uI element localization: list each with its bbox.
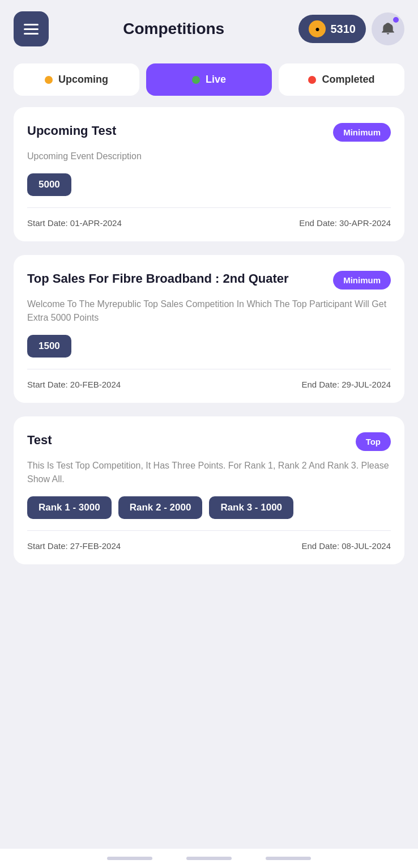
card-3-description: This Is Test Top Competition, It Has Thr… (27, 459, 391, 486)
tab-completed-label: Completed (322, 74, 374, 86)
card-3-end-date: End Date: 08-JUL-2024 (301, 541, 391, 551)
coin-badge: ● 5310 (298, 15, 366, 43)
card-2-footer: Start Date: 20-FEB-2024 End Date: 29-JUL… (27, 380, 391, 389)
completed-dot (308, 76, 316, 84)
tab-live-label: Live (206, 74, 226, 86)
bottom-nav-item-3 (266, 857, 311, 860)
card-1-points-0: 5000 (27, 173, 71, 196)
competition-card-3: Test Top This Is Test Top Competition, I… (14, 416, 404, 564)
tab-upcoming-label: Upcoming (58, 74, 108, 86)
competition-card-1: Upcoming Test Minimum Upcoming Event Des… (14, 107, 404, 241)
card-3-start-date: Start Date: 27-FEB-2024 (27, 541, 121, 551)
tab-completed[interactable]: Completed (279, 63, 404, 96)
card-3-points-0: Rank 1 - 3000 (27, 496, 112, 519)
bell-icon (381, 22, 395, 36)
competition-card-2: Top Sales For Fibre Broadband : 2nd Quat… (14, 255, 404, 403)
tab-live[interactable]: Live (146, 63, 272, 96)
bottom-nav (0, 849, 418, 868)
bottom-nav-item-1 (107, 857, 152, 860)
card-2-header: Top Sales For Fibre Broadband : 2nd Quat… (27, 271, 391, 290)
card-3-title: Test (27, 432, 349, 449)
card-2-divider (27, 369, 391, 369)
page-title: Competitions (123, 20, 224, 38)
coin-icon: ● (309, 20, 326, 37)
live-dot (192, 76, 200, 84)
card-1-divider (27, 207, 391, 208)
tab-upcoming[interactable]: Upcoming (14, 63, 139, 96)
card-2-description: Welcome To The Myrepublic Top Sales Comp… (27, 297, 391, 325)
card-1-title: Upcoming Test (27, 123, 326, 139)
card-1-points-row: 5000 (27, 173, 391, 196)
card-3-divider (27, 530, 391, 531)
notification-dot (392, 16, 400, 24)
card-1-description: Upcoming Event Description (27, 150, 391, 163)
header-right: ● 5310 (298, 12, 404, 45)
card-2-points-0: 1500 (27, 335, 71, 358)
card-1-footer: Start Date: 01-APR-2024 End Date: 30-APR… (27, 218, 391, 228)
card-2-points-row: 1500 (27, 335, 391, 358)
card-1-badge: Minimum (333, 123, 391, 142)
upcoming-dot (45, 76, 53, 84)
card-1-start-date: Start Date: 01-APR-2024 (27, 218, 122, 228)
header: Competitions ● 5310 (0, 0, 418, 58)
card-3-points-row: Rank 1 - 3000 Rank 2 - 2000 Rank 3 - 100… (27, 496, 391, 519)
coin-amount: 5310 (330, 23, 356, 36)
card-3-header: Test Top (27, 432, 391, 451)
card-2-badge: Minimum (333, 271, 391, 290)
card-3-footer: Start Date: 27-FEB-2024 End Date: 08-JUL… (27, 541, 391, 551)
card-3-points-1: Rank 2 - 2000 (118, 496, 203, 519)
card-2-start-date: Start Date: 20-FEB-2024 (27, 380, 121, 389)
tabs-container: Upcoming Live Completed (0, 58, 418, 107)
card-2-title: Top Sales For Fibre Broadband : 2nd Quat… (27, 271, 326, 287)
card-1-end-date: End Date: 30-APR-2024 (299, 218, 391, 228)
cards-container: Upcoming Test Minimum Upcoming Event Des… (0, 107, 418, 564)
notification-button[interactable] (372, 12, 404, 45)
card-2-end-date: End Date: 29-JUL-2024 (301, 380, 391, 389)
card-3-points-2: Rank 3 - 1000 (209, 496, 293, 519)
card-1-header: Upcoming Test Minimum (27, 123, 391, 142)
bottom-nav-item-2 (186, 857, 232, 860)
card-3-badge: Top (356, 432, 391, 451)
menu-button[interactable] (14, 11, 49, 46)
